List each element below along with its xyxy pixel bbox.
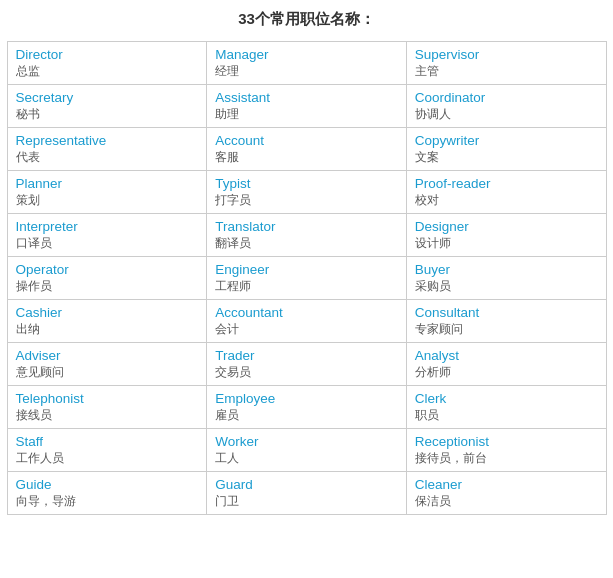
job-zh: 职员 bbox=[415, 407, 598, 424]
job-zh: 意见顾问 bbox=[16, 364, 199, 381]
table-cell: Interpreter口译员 bbox=[7, 214, 207, 257]
table-cell: Clerk职员 bbox=[406, 386, 606, 429]
table-cell: Trader交易员 bbox=[207, 343, 407, 386]
table-cell: Manager经理 bbox=[207, 42, 407, 85]
table-cell: Director总监 bbox=[7, 42, 207, 85]
job-zh: 文案 bbox=[415, 149, 598, 166]
table-cell: Employee雇员 bbox=[207, 386, 407, 429]
table-cell: Account客服 bbox=[207, 128, 407, 171]
job-en: Translator bbox=[215, 219, 398, 234]
job-en: Director bbox=[16, 47, 199, 62]
job-en: Receptionist bbox=[415, 434, 598, 449]
job-en: Coordinator bbox=[415, 90, 598, 105]
table-cell: Staff工作人员 bbox=[7, 429, 207, 472]
table-cell: Coordinator协调人 bbox=[406, 85, 606, 128]
table-cell: Engineer工程师 bbox=[207, 257, 407, 300]
job-en: Adviser bbox=[16, 348, 199, 363]
job-en: Representative bbox=[16, 133, 199, 148]
job-zh: 工作人员 bbox=[16, 450, 199, 467]
table-cell: Worker工人 bbox=[207, 429, 407, 472]
job-en: Engineer bbox=[215, 262, 398, 277]
job-en: Account bbox=[215, 133, 398, 148]
job-en: Copywriter bbox=[415, 133, 598, 148]
table-cell: Assistant助理 bbox=[207, 85, 407, 128]
job-zh: 保洁员 bbox=[415, 493, 598, 510]
table-cell: Translator翻译员 bbox=[207, 214, 407, 257]
job-zh: 接线员 bbox=[16, 407, 199, 424]
job-zh: 总监 bbox=[16, 63, 199, 80]
job-en: Worker bbox=[215, 434, 398, 449]
job-en: Designer bbox=[415, 219, 598, 234]
table-cell: Planner策划 bbox=[7, 171, 207, 214]
table-cell: Supervisor主管 bbox=[406, 42, 606, 85]
table-row: Planner策划Typist打字员Proof-reader校对 bbox=[7, 171, 606, 214]
job-zh: 采购员 bbox=[415, 278, 598, 295]
table-cell: Proof-reader校对 bbox=[406, 171, 606, 214]
table-cell: Analyst分析师 bbox=[406, 343, 606, 386]
table-cell: Cleaner保洁员 bbox=[406, 472, 606, 515]
table-row: Guide向导，导游Guard门卫Cleaner保洁员 bbox=[7, 472, 606, 515]
table-cell: Adviser意见顾问 bbox=[7, 343, 207, 386]
job-en: Operator bbox=[16, 262, 199, 277]
job-en: Interpreter bbox=[16, 219, 199, 234]
job-zh: 主管 bbox=[415, 63, 598, 80]
job-zh: 操作员 bbox=[16, 278, 199, 295]
table-cell: Operator操作员 bbox=[7, 257, 207, 300]
job-zh: 助理 bbox=[215, 106, 398, 123]
job-en: Secretary bbox=[16, 90, 199, 105]
job-zh: 专家顾问 bbox=[415, 321, 598, 338]
job-zh: 会计 bbox=[215, 321, 398, 338]
job-zh: 工人 bbox=[215, 450, 398, 467]
job-en: Analyst bbox=[415, 348, 598, 363]
table-cell: Telephonist接线员 bbox=[7, 386, 207, 429]
job-zh: 校对 bbox=[415, 192, 598, 209]
table-row: Director总监Manager经理Supervisor主管 bbox=[7, 42, 606, 85]
table-cell: Accountant会计 bbox=[207, 300, 407, 343]
job-zh: 出纳 bbox=[16, 321, 199, 338]
table-row: Interpreter口译员Translator翻译员Designer设计师 bbox=[7, 214, 606, 257]
table-cell: Cashier出纳 bbox=[7, 300, 207, 343]
table-cell: Typist打字员 bbox=[207, 171, 407, 214]
table-cell: Representative代表 bbox=[7, 128, 207, 171]
job-zh: 客服 bbox=[215, 149, 398, 166]
table-cell: Guard门卫 bbox=[207, 472, 407, 515]
job-en: Accountant bbox=[215, 305, 398, 320]
job-en: Proof-reader bbox=[415, 176, 598, 191]
table-cell: Copywriter文案 bbox=[406, 128, 606, 171]
table-row: Cashier出纳Accountant会计Consultant专家顾问 bbox=[7, 300, 606, 343]
page-title: 33个常用职位名称： bbox=[238, 10, 375, 29]
job-en: Employee bbox=[215, 391, 398, 406]
jobs-table: Director总监Manager经理Supervisor主管Secretary… bbox=[7, 41, 607, 515]
job-en: Typist bbox=[215, 176, 398, 191]
job-en: Assistant bbox=[215, 90, 398, 105]
job-en: Cleaner bbox=[415, 477, 598, 492]
table-cell: Secretary秘书 bbox=[7, 85, 207, 128]
job-en: Trader bbox=[215, 348, 398, 363]
table-row: Secretary秘书Assistant助理Coordinator协调人 bbox=[7, 85, 606, 128]
table-row: Representative代表Account客服Copywriter文案 bbox=[7, 128, 606, 171]
job-zh: 翻译员 bbox=[215, 235, 398, 252]
job-zh: 代表 bbox=[16, 149, 199, 166]
table-cell: Guide向导，导游 bbox=[7, 472, 207, 515]
job-zh: 雇员 bbox=[215, 407, 398, 424]
job-zh: 协调人 bbox=[415, 106, 598, 123]
job-zh: 秘书 bbox=[16, 106, 199, 123]
table-cell: Consultant专家顾问 bbox=[406, 300, 606, 343]
table-row: Adviser意见顾问Trader交易员Analyst分析师 bbox=[7, 343, 606, 386]
job-en: Staff bbox=[16, 434, 199, 449]
job-zh: 工程师 bbox=[215, 278, 398, 295]
job-zh: 设计师 bbox=[415, 235, 598, 252]
table-cell: Receptionist接待员，前台 bbox=[406, 429, 606, 472]
job-en: Consultant bbox=[415, 305, 598, 320]
job-zh: 策划 bbox=[16, 192, 199, 209]
job-en: Clerk bbox=[415, 391, 598, 406]
job-en: Supervisor bbox=[415, 47, 598, 62]
job-zh: 向导，导游 bbox=[16, 493, 199, 510]
job-en: Buyer bbox=[415, 262, 598, 277]
table-cell: Buyer采购员 bbox=[406, 257, 606, 300]
job-zh: 接待员，前台 bbox=[415, 450, 598, 467]
job-zh: 分析师 bbox=[415, 364, 598, 381]
table-row: Staff工作人员Worker工人Receptionist接待员，前台 bbox=[7, 429, 606, 472]
job-zh: 经理 bbox=[215, 63, 398, 80]
job-zh: 口译员 bbox=[16, 235, 199, 252]
